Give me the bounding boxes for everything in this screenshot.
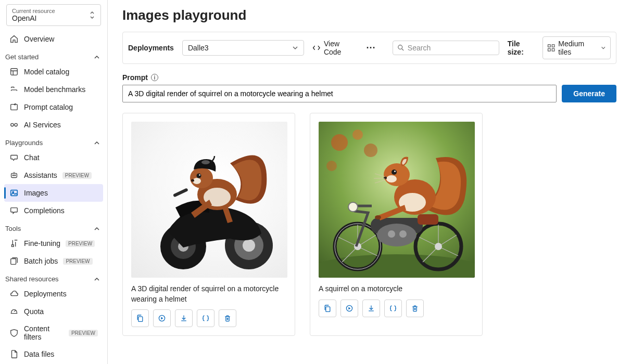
- sidebar-item-label: Model benchmarks: [24, 85, 85, 94]
- json-button[interactable]: [384, 300, 402, 317]
- tile-size-label: Tile size:: [508, 40, 537, 56]
- svg-rect-0: [11, 69, 18, 75]
- sidebar-overview[interactable]: Overview: [4, 30, 103, 48]
- copy-button[interactable]: [319, 300, 336, 317]
- assistants-icon: [9, 171, 19, 180]
- prompt-catalog-icon: [9, 102, 19, 112]
- more-button[interactable]: ···: [367, 43, 376, 54]
- delete-button[interactable]: [406, 300, 424, 317]
- download-button[interactable]: [362, 300, 380, 317]
- generated-image[interactable]: [131, 122, 287, 278]
- sidebar-item-content-filters[interactable]: Content filtersPREVIEW: [4, 320, 103, 345]
- ai-services-icon: [9, 120, 19, 129]
- svg-point-56: [399, 230, 407, 238]
- sidebar-item-model-benchmarks[interactable]: Model benchmarks: [4, 81, 103, 98]
- tiles-icon: [547, 44, 555, 52]
- search-icon: [397, 44, 405, 52]
- sidebar-item-label: Prompt catalog: [24, 103, 73, 111]
- download-button[interactable]: [175, 309, 193, 327]
- sidebar-item-label: Data files: [24, 350, 54, 358]
- deployments-label: Deployments: [128, 44, 174, 52]
- deployment-select[interactable]: Dalle3: [182, 40, 304, 56]
- prompt-input[interactable]: [122, 85, 557, 102]
- sidebar-item-prompt-catalog[interactable]: Prompt catalog: [4, 98, 103, 116]
- section-tools[interactable]: Tools: [4, 219, 103, 235]
- updown-icon: [89, 11, 95, 19]
- quota-icon: [9, 307, 19, 316]
- regenerate-button[interactable]: [153, 309, 171, 327]
- resource-label: Current resource: [12, 8, 55, 14]
- chat-icon: [9, 153, 19, 162]
- image-card: A 3D digital render of squirrel on a mot…: [122, 113, 295, 336]
- sidebar-item-label: Quota: [24, 307, 44, 316]
- svg-point-51: [435, 243, 442, 250]
- sidebar-item-quota[interactable]: Quota: [4, 303, 103, 320]
- sidebar-item-label: Chat: [24, 153, 40, 162]
- svg-rect-4: [11, 173, 17, 177]
- svg-rect-69: [326, 306, 330, 311]
- svg-point-27: [199, 174, 200, 176]
- svg-rect-1: [11, 105, 18, 110]
- sidebar-item-label: Deployments: [24, 290, 67, 298]
- svg-rect-11: [548, 45, 550, 47]
- sidebar-item-label: Assistants: [24, 171, 57, 179]
- generated-image[interactable]: [319, 122, 475, 278]
- json-button[interactable]: [197, 309, 214, 327]
- section-shared[interactable]: Shared resources: [4, 270, 103, 285]
- sidebar-item-images[interactable]: Images: [4, 184, 103, 202]
- sidebar: Current resource OpenAI Overview Get sta…: [0, 0, 108, 364]
- preview-badge: PREVIEW: [63, 258, 92, 265]
- prompt-label: Prompt i: [122, 73, 616, 82]
- sidebar-item-fine-tuning[interactable]: Fine-tuningPREVIEW: [4, 235, 103, 252]
- svg-point-2: [11, 123, 14, 126]
- svg-rect-30: [138, 317, 143, 322]
- svg-rect-12: [552, 45, 554, 47]
- copy-button[interactable]: [131, 309, 149, 327]
- svg-point-55: [388, 230, 395, 238]
- generate-button[interactable]: Generate: [562, 85, 616, 102]
- search-input[interactable]: [408, 44, 495, 52]
- chevron-down-icon: [94, 276, 100, 282]
- sidebar-item-label: Content filters: [24, 324, 64, 341]
- sidebar-overview-label: Overview: [24, 35, 54, 43]
- sidebar-item-completions[interactable]: Completions: [4, 202, 103, 219]
- svg-point-35: [326, 161, 337, 171]
- svg-rect-14: [552, 49, 554, 51]
- sidebar-item-batch-jobs[interactable]: Batch jobsPREVIEW: [4, 252, 103, 270]
- toolbar: Deployments Dalle3 View Code ··· Tile si…: [122, 32, 616, 64]
- resource-selector[interactable]: Current resource OpenAI: [6, 4, 101, 26]
- sidebar-item-label: Model catalog: [24, 68, 69, 76]
- svg-point-10: [398, 45, 402, 49]
- sidebar-item-chat[interactable]: Chat: [4, 149, 103, 166]
- svg-point-6: [15, 175, 16, 176]
- sidebar-item-model-catalog[interactable]: Model catalog: [4, 63, 103, 81]
- svg-point-34: [364, 144, 377, 157]
- fine-tuning-icon: [9, 239, 19, 248]
- view-code-button[interactable]: View Code: [312, 40, 358, 56]
- svg-rect-9: [11, 259, 16, 265]
- sidebar-item-data-files[interactable]: Data files: [4, 345, 103, 363]
- svg-point-65: [384, 177, 387, 179]
- section-get-started[interactable]: Get started: [4, 48, 103, 63]
- sidebar-item-assistants[interactable]: AssistantsPREVIEW: [4, 166, 103, 184]
- svg-point-32: [331, 134, 348, 151]
- tile-size-select[interactable]: Medium tiles: [542, 36, 611, 59]
- model-benchmarks-icon: [9, 85, 19, 94]
- svg-rect-21: [173, 188, 188, 197]
- svg-point-33: [352, 129, 363, 140]
- image-cards: A 3D digital render of squirrel on a mot…: [122, 113, 616, 336]
- delete-button[interactable]: [219, 309, 236, 327]
- image-caption: A 3D digital render of squirrel on a mot…: [131, 284, 286, 304]
- chevron-down-icon: [94, 226, 100, 232]
- code-icon: [312, 44, 321, 52]
- section-playgrounds[interactable]: Playgrounds: [4, 134, 103, 149]
- preview-badge: PREVIEW: [69, 330, 98, 336]
- images-icon: [9, 188, 19, 198]
- home-icon: [9, 34, 19, 44]
- svg-point-5: [12, 175, 14, 176]
- sidebar-item-deployments[interactable]: Deployments: [4, 285, 103, 303]
- regenerate-button[interactable]: [340, 300, 358, 317]
- info-icon[interactable]: i: [151, 74, 158, 81]
- search-box[interactable]: [393, 41, 499, 55]
- sidebar-item-ai-services[interactable]: AI Services: [4, 116, 103, 134]
